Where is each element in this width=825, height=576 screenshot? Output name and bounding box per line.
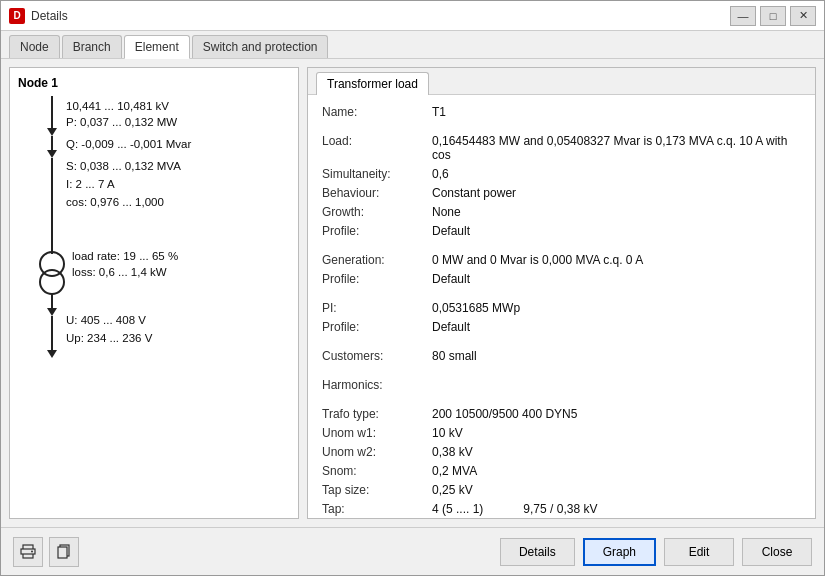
- name-value: T1: [432, 105, 801, 119]
- svg-marker-5: [47, 150, 57, 158]
- tabs-bar: Node Branch Element Switch and protectio…: [1, 31, 824, 59]
- generation-row: Generation: 0 MW and 0 Mvar is 0,000 MVA…: [322, 253, 801, 267]
- tab-element[interactable]: Element: [124, 35, 190, 59]
- svg-text:Up: 234 ... 236 V: Up: 234 ... 236 V: [66, 332, 153, 344]
- snom-row: Snom: 0,2 MVA: [322, 464, 801, 478]
- content-area: Node 1 10,441 ... 10,481 kV P: 0,037 ...…: [1, 59, 824, 527]
- svg-point-15: [40, 270, 64, 294]
- tap-value: 4 (5 .... 1) 9,75 / 0,38 kV: [432, 502, 801, 516]
- left-panel: Node 1 10,441 ... 10,481 kV P: 0,037 ...…: [9, 67, 299, 519]
- snom-label: Snom:: [322, 464, 432, 478]
- print-button[interactable]: [13, 537, 43, 567]
- minimize-button[interactable]: —: [730, 6, 756, 26]
- details-button[interactable]: Details: [500, 538, 575, 566]
- copy-icon: [56, 544, 72, 560]
- tap-row: Tap: 4 (5 .... 1) 9,75 / 0,38 kV: [322, 502, 801, 516]
- customers-row: Customers: 80 small: [322, 349, 801, 363]
- simultaneity-value: 0,6: [432, 167, 801, 181]
- tab-node[interactable]: Node: [9, 35, 60, 58]
- close-button[interactable]: Close: [742, 538, 812, 566]
- node-label: Node 1: [18, 76, 290, 90]
- name-label: Name:: [322, 105, 432, 119]
- tap-value-2: 9,75 / 0,38 kV: [523, 502, 597, 516]
- footer: Details Graph Edit Close: [1, 527, 824, 575]
- main-window: D Details — □ ✕ Node Branch Element Swit…: [0, 0, 825, 576]
- window-controls: — □ ✕: [730, 6, 816, 26]
- svg-text:U: 405 ... 408 V: U: 405 ... 408 V: [66, 314, 146, 326]
- growth-row: Growth: None: [322, 205, 801, 219]
- copy-button[interactable]: [49, 537, 79, 567]
- tap-value-1: 4 (5 .... 1): [432, 502, 483, 516]
- tap-label: Tap:: [322, 502, 432, 516]
- snom-value: 0,2 MVA: [432, 464, 801, 478]
- tap-size-label: Tap size:: [322, 483, 432, 497]
- tap-size-value: 0,25 kV: [432, 483, 801, 497]
- close-window-button[interactable]: ✕: [790, 6, 816, 26]
- svg-marker-24: [47, 350, 57, 358]
- maximize-button[interactable]: □: [760, 6, 786, 26]
- svg-text:Q: -0,009 ... -0,001 Mvar: Q: -0,009 ... -0,001 Mvar: [66, 138, 191, 150]
- svg-text:I: 2 ... 7 A: I: 2 ... 7 A: [66, 178, 115, 190]
- behaviour-row: Behaviour: Constant power: [322, 186, 801, 200]
- profile2-label: Profile:: [322, 272, 432, 286]
- svg-marker-19: [47, 308, 57, 316]
- tab-switch-protection[interactable]: Switch and protection: [192, 35, 329, 58]
- unom-w2-label: Unom w2:: [322, 445, 432, 459]
- profile3-row: Profile: Default: [322, 320, 801, 334]
- harmonics-label: Harmonics:: [322, 378, 432, 392]
- customers-value: 80 small: [432, 349, 801, 363]
- load-value: 0,16454483 MW and 0,05408327 Mvar is 0,1…: [432, 134, 801, 162]
- footer-right: Details Graph Edit Close: [500, 538, 812, 566]
- svg-text:load rate: 19 ... 65 %: load rate: 19 ... 65 %: [72, 250, 178, 262]
- profile3-value: Default: [432, 320, 801, 334]
- edit-button[interactable]: Edit: [664, 538, 734, 566]
- profile2-row: Profile: Default: [322, 272, 801, 286]
- pi-value: 0,0531685 MWp: [432, 301, 801, 315]
- svg-text:P: 0,037 ... 0,132 MW: P: 0,037 ... 0,132 MW: [66, 116, 177, 128]
- unom-w2-value: 0,38 kV: [432, 445, 801, 459]
- profile-row: Profile: Default: [322, 224, 801, 238]
- behaviour-value: Constant power: [432, 186, 801, 200]
- unom-w1-label: Unom w1:: [322, 426, 432, 440]
- trafo-type-row: Trafo type: 200 10500/9500 400 DYN5: [322, 407, 801, 421]
- pi-row: PI: 0,0531685 MWp: [322, 301, 801, 315]
- window-title: Details: [31, 9, 730, 23]
- simultaneity-row: Simultaneity: 0,6: [322, 167, 801, 181]
- node-diagram: 10,441 ... 10,481 kV P: 0,037 ... 0,132 …: [22, 96, 282, 406]
- name-row: Name: T1: [322, 105, 801, 119]
- app-icon: D: [9, 8, 25, 24]
- title-bar: D Details — □ ✕: [1, 1, 824, 31]
- voltage-text: 10,441 ... 10,481 kV: [66, 100, 169, 112]
- harmonics-row: Harmonics:: [322, 378, 801, 392]
- profile3-label: Profile:: [322, 320, 432, 334]
- right-panel: Transformer load Name: T1 Load: 0,164544…: [307, 67, 816, 519]
- simultaneity-label: Simultaneity:: [322, 167, 432, 181]
- svg-text:cos: 0,976 ... 1,000: cos: 0,976 ... 1,000: [66, 196, 164, 208]
- svg-marker-2: [47, 128, 57, 136]
- tab-branch[interactable]: Branch: [62, 35, 122, 58]
- growth-label: Growth:: [322, 205, 432, 219]
- unom-w1-value: 10 kV: [432, 426, 801, 440]
- svg-point-28: [31, 550, 33, 552]
- growth-value: None: [432, 205, 801, 219]
- svg-rect-30: [58, 547, 67, 558]
- footer-left: [13, 537, 492, 567]
- panel-content: Name: T1 Load: 0,16454483 MW and 0,05408…: [308, 95, 815, 519]
- profile-label: Profile:: [322, 224, 432, 238]
- generation-label: Generation:: [322, 253, 432, 267]
- svg-text:loss: 0,6 ... 1,4 kW: loss: 0,6 ... 1,4 kW: [72, 266, 167, 278]
- behaviour-label: Behaviour:: [322, 186, 432, 200]
- pi-label: PI:: [322, 301, 432, 315]
- svg-text:S: 0,038 ... 0,132 MVA: S: 0,038 ... 0,132 MVA: [66, 160, 181, 172]
- trafo-type-label: Trafo type:: [322, 407, 432, 421]
- harmonics-value: [432, 378, 801, 392]
- unom-w2-row: Unom w2: 0,38 kV: [322, 445, 801, 459]
- load-label: Load:: [322, 134, 432, 162]
- graph-button[interactable]: Graph: [583, 538, 656, 566]
- panel-tab-bar: Transformer load: [308, 68, 815, 95]
- profile2-value: Default: [432, 272, 801, 286]
- unom-w1-row: Unom w1: 10 kV: [322, 426, 801, 440]
- transformer-load-tab[interactable]: Transformer load: [316, 72, 429, 95]
- print-icon: [20, 544, 36, 560]
- trafo-type-value: 200 10500/9500 400 DYN5: [432, 407, 801, 421]
